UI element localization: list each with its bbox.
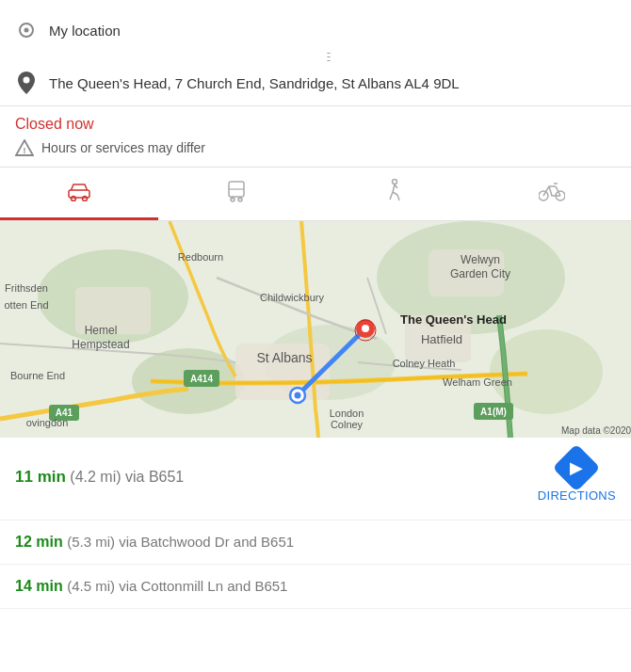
alt-route-2: 14 min (4.5 mi) via Cottonmill Ln and B6… [0,565,631,609]
svg-text:Colney Heath: Colney Heath [393,358,456,369]
transport-tabs [0,168,631,221]
destination-row: The Queen's Head, 7 Church End, Sandridg… [15,64,616,102]
svg-point-29 [295,392,301,399]
svg-text:Colney: Colney [331,419,364,430]
hours-warning: ! Hours or services may differ [15,138,616,157]
alt2-time: 14 min [15,578,63,594]
route-connector [40,49,616,64]
svg-text:London: London [330,408,364,419]
svg-text:Hempstead: Hempstead [72,338,129,351]
walk-icon [385,179,404,206]
alt1-detail: (5.3 mi) via Batchwood Dr and B651 [67,534,294,550]
closed-status: Closed now [15,116,616,133]
primary-route-info: 11 min (4.2 mi) via B651 [15,468,184,487]
svg-text:ovingdon: ovingdon [26,417,69,428]
tab-transit[interactable] [158,168,316,220]
tab-bike[interactable] [474,168,632,220]
svg-point-7 [82,197,87,201]
svg-text:Welwyn: Welwyn [461,253,500,266]
svg-text:Frithsden: Frithsden [5,282,48,294]
svg-text:Garden City: Garden City [450,267,510,280]
tab-walk[interactable] [316,168,474,220]
svg-text:Hatfield: Hatfield [421,332,462,346]
warning-icon: ! [15,138,34,157]
svg-text:!: ! [24,146,26,155]
primary-detail: (4.2 mi) via B651 [70,469,184,485]
route-primary-row: 11 min (4.2 mi) via B651 ▶ DIRECTIONS [15,451,616,503]
car-icon [67,181,91,204]
tab-car[interactable] [0,168,158,220]
svg-text:The Queen's Head: The Queen's Head [400,312,507,327]
svg-point-1 [24,28,29,33]
map-section[interactable]: A414 A41 A1(M) Redbourn Childwickbury We… [0,221,631,438]
bike-icon [539,181,565,204]
main-container: My location The Queen's Head, 7 Church E… [0,0,631,609]
svg-text:Redbourn: Redbourn [178,251,223,263]
directions-arrow-icon: ▶ [570,457,583,478]
svg-text:Map data ©2020: Map data ©2020 [561,425,631,436]
status-section: Closed now ! Hours or services may diffe… [0,106,631,168]
primary-time: 11 min [15,468,66,486]
transit-icon [226,180,247,205]
directions-label: DIRECTIONS [538,488,616,503]
svg-text:A414: A414 [190,374,213,384]
svg-point-2 [24,77,30,84]
directions-button[interactable]: ▶ DIRECTIONS [538,451,616,503]
svg-text:St Albans: St Albans [256,350,312,365]
svg-text:A1(M): A1(M) [480,407,507,417]
destination-text: The Queen's Head, 7 Church End, Sandridg… [49,73,460,93]
origin-row: My location [15,11,616,49]
primary-route: 11 min (4.2 mi) via B651 ▶ DIRECTIONS [0,438,631,520]
alt-route-1: 12 min (5.3 mi) via Batchwood Dr and B65… [0,520,631,565]
svg-text:Childwickbury: Childwickbury [260,292,324,303]
origin-icon [15,19,38,41]
origin-text: My location [49,21,121,40]
svg-text:otten End: otten End [4,299,48,311]
hours-warning-text: Hours or services may differ [41,140,205,155]
alt1-time: 12 min [15,534,63,550]
svg-point-6 [71,197,75,201]
svg-point-14 [392,180,396,184]
location-section: My location The Queen's Head, 7 Church E… [0,0,631,106]
directions-diamond: ▶ [553,444,601,492]
svg-text:Bourne End: Bourne End [10,370,65,381]
svg-text:Welham Green: Welham Green [443,376,512,388]
alt2-detail: (4.5 mi) via Cottonmill Ln and B651 [67,578,287,594]
destination-icon [15,72,38,94]
svg-point-31 [362,325,369,332]
svg-text:Hemel: Hemel [85,324,118,337]
